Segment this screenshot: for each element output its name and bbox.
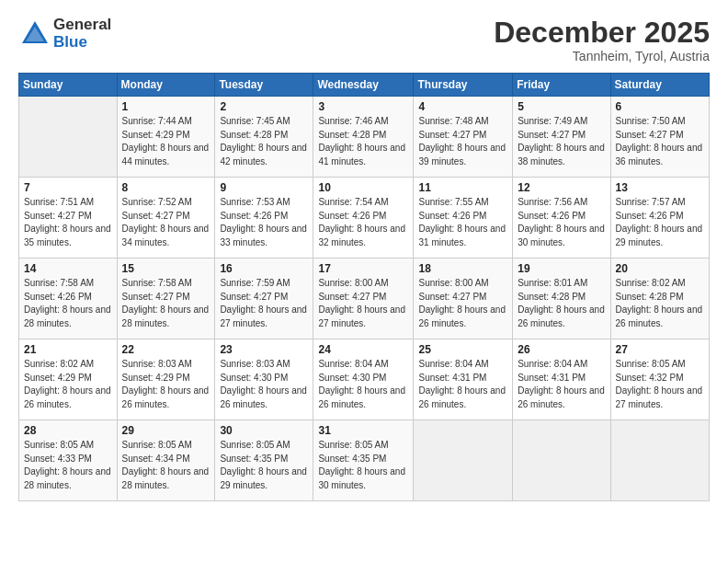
day-info: Sunrise: 8:05 AMSunset: 4:33 PMDaylight:…: [24, 440, 111, 490]
calendar-header-row: Sunday Monday Tuesday Wednesday Thursday…: [19, 74, 710, 97]
day-info: Sunrise: 7:50 AMSunset: 4:27 PMDaylight:…: [616, 116, 703, 167]
day-number: 8: [122, 181, 210, 194]
day-info: Sunrise: 8:04 AMSunset: 4:31 PMDaylight:…: [418, 359, 506, 409]
table-row: 28 Sunrise: 8:05 AMSunset: 4:33 PMDaylig…: [19, 420, 118, 501]
logo-text: General Blue: [53, 17, 111, 51]
day-info: Sunrise: 8:04 AMSunset: 4:31 PMDaylight:…: [518, 359, 605, 409]
table-row: 24 Sunrise: 8:04 AMSunset: 4:30 PMDaylig…: [313, 339, 414, 420]
day-info: Sunrise: 7:59 AMSunset: 4:27 PMDaylight:…: [220, 278, 307, 328]
table-row: 5 Sunrise: 7:49 AMSunset: 4:27 PMDayligh…: [513, 97, 610, 178]
day-info: Sunrise: 8:00 AMSunset: 4:27 PMDaylight:…: [318, 278, 405, 328]
location-title: Tannheim, Tyrol, Austria: [494, 49, 710, 63]
table-row: [513, 420, 610, 501]
day-number: 16: [220, 262, 308, 275]
day-info: Sunrise: 8:01 AMSunset: 4:28 PMDaylight:…: [518, 278, 605, 328]
table-row: 8 Sunrise: 7:52 AMSunset: 4:27 PMDayligh…: [117, 178, 215, 259]
day-number: 31: [318, 424, 408, 437]
table-row: 22 Sunrise: 8:03 AMSunset: 4:29 PMDaylig…: [117, 339, 215, 420]
table-row: 11 Sunrise: 7:55 AMSunset: 4:26 PMDaylig…: [414, 178, 513, 259]
table-row: 12 Sunrise: 7:56 AMSunset: 4:26 PMDaylig…: [513, 178, 610, 259]
day-number: 30: [220, 424, 308, 437]
calendar-week-row: 28 Sunrise: 8:05 AMSunset: 4:33 PMDaylig…: [19, 420, 710, 501]
table-row: 15 Sunrise: 7:58 AMSunset: 4:27 PMDaylig…: [117, 259, 215, 339]
day-number: 20: [616, 262, 704, 275]
day-number: 28: [24, 424, 112, 437]
logo: General Blue: [18, 17, 111, 51]
day-number: 18: [418, 262, 507, 275]
day-number: 6: [616, 100, 704, 113]
day-info: Sunrise: 7:53 AMSunset: 4:26 PMDaylight:…: [220, 197, 307, 247]
table-row: 27 Sunrise: 8:05 AMSunset: 4:32 PMDaylig…: [610, 339, 709, 420]
col-thursday: Thursday: [414, 74, 513, 97]
table-row: 25 Sunrise: 8:04 AMSunset: 4:31 PMDaylig…: [414, 339, 513, 420]
day-info: Sunrise: 7:56 AMSunset: 4:26 PMDaylight:…: [518, 197, 605, 247]
day-info: Sunrise: 8:00 AMSunset: 4:27 PMDaylight:…: [418, 278, 506, 328]
day-info: Sunrise: 8:03 AMSunset: 4:29 PMDaylight:…: [122, 359, 210, 409]
day-info: Sunrise: 7:51 AMSunset: 4:27 PMDaylight:…: [24, 197, 111, 247]
day-number: 2: [220, 100, 308, 113]
day-number: 22: [122, 343, 210, 356]
day-number: 19: [518, 262, 605, 275]
day-info: Sunrise: 7:46 AMSunset: 4:28 PMDaylight:…: [318, 116, 405, 167]
table-row: 21 Sunrise: 8:02 AMSunset: 4:29 PMDaylig…: [19, 339, 118, 420]
table-row: 30 Sunrise: 8:05 AMSunset: 4:35 PMDaylig…: [215, 420, 313, 501]
day-number: 7: [24, 181, 112, 194]
day-number: 29: [122, 424, 210, 437]
day-info: Sunrise: 7:57 AMSunset: 4:26 PMDaylight:…: [616, 197, 703, 247]
day-number: 27: [616, 343, 704, 356]
table-row: [610, 420, 709, 501]
day-info: Sunrise: 8:02 AMSunset: 4:29 PMDaylight:…: [24, 359, 111, 409]
table-row: 16 Sunrise: 7:59 AMSunset: 4:27 PMDaylig…: [215, 259, 313, 339]
day-number: 4: [418, 100, 507, 113]
day-info: Sunrise: 7:52 AMSunset: 4:27 PMDaylight:…: [122, 197, 210, 247]
table-row: 18 Sunrise: 8:00 AMSunset: 4:27 PMDaylig…: [414, 259, 513, 339]
logo-icon: [18, 17, 51, 51]
day-number: 13: [616, 181, 704, 194]
day-number: 26: [518, 343, 605, 356]
table-row: 3 Sunrise: 7:46 AMSunset: 4:28 PMDayligh…: [313, 97, 414, 178]
day-number: 23: [220, 343, 308, 356]
day-info: Sunrise: 8:02 AMSunset: 4:28 PMDaylight:…: [616, 278, 703, 328]
day-info: Sunrise: 7:54 AMSunset: 4:26 PMDaylight:…: [318, 197, 405, 247]
col-saturday: Saturday: [610, 74, 709, 97]
table-row: 26 Sunrise: 8:04 AMSunset: 4:31 PMDaylig…: [513, 339, 610, 420]
title-block: December 2025 Tannheim, Tyrol, Austria: [494, 17, 710, 63]
table-row: 1 Sunrise: 7:44 AMSunset: 4:29 PMDayligh…: [117, 97, 215, 178]
table-row: 2 Sunrise: 7:45 AMSunset: 4:28 PMDayligh…: [215, 97, 313, 178]
day-info: Sunrise: 8:05 AMSunset: 4:32 PMDaylight:…: [616, 359, 703, 409]
day-number: 15: [122, 262, 210, 275]
table-row: 23 Sunrise: 8:03 AMSunset: 4:30 PMDaylig…: [215, 339, 313, 420]
calendar-week-row: 21 Sunrise: 8:02 AMSunset: 4:29 PMDaylig…: [19, 339, 710, 420]
day-info: Sunrise: 7:49 AMSunset: 4:27 PMDaylight:…: [518, 116, 605, 167]
day-info: Sunrise: 8:05 AMSunset: 4:35 PMDaylight:…: [318, 440, 405, 490]
day-number: 3: [318, 100, 408, 113]
day-number: 9: [220, 181, 308, 194]
calendar-week-row: 1 Sunrise: 7:44 AMSunset: 4:29 PMDayligh…: [19, 97, 710, 178]
calendar-week-row: 14 Sunrise: 7:58 AMSunset: 4:26 PMDaylig…: [19, 259, 710, 339]
table-row: [19, 97, 118, 178]
month-title: December 2025: [494, 17, 710, 49]
day-number: 11: [418, 181, 507, 194]
col-tuesday: Tuesday: [215, 74, 313, 97]
day-number: 21: [24, 343, 112, 356]
day-info: Sunrise: 8:05 AMSunset: 4:34 PMDaylight:…: [122, 440, 210, 490]
table-row: 6 Sunrise: 7:50 AMSunset: 4:27 PMDayligh…: [610, 97, 709, 178]
day-number: 14: [24, 262, 112, 275]
day-info: Sunrise: 8:04 AMSunset: 4:30 PMDaylight:…: [318, 359, 405, 409]
table-row: 10 Sunrise: 7:54 AMSunset: 4:26 PMDaylig…: [313, 178, 414, 259]
col-friday: Friday: [513, 74, 610, 97]
table-row: 14 Sunrise: 7:58 AMSunset: 4:26 PMDaylig…: [19, 259, 118, 339]
day-number: 10: [318, 181, 408, 194]
table-row: [414, 420, 513, 501]
table-row: 19 Sunrise: 8:01 AMSunset: 4:28 PMDaylig…: [513, 259, 610, 339]
day-info: Sunrise: 8:05 AMSunset: 4:35 PMDaylight:…: [220, 440, 307, 490]
day-number: 17: [318, 262, 408, 275]
day-info: Sunrise: 7:55 AMSunset: 4:26 PMDaylight:…: [418, 197, 506, 247]
day-number: 1: [122, 100, 210, 113]
day-number: 24: [318, 343, 408, 356]
col-sunday: Sunday: [19, 74, 118, 97]
day-info: Sunrise: 8:03 AMSunset: 4:30 PMDaylight:…: [220, 359, 307, 409]
col-wednesday: Wednesday: [313, 74, 414, 97]
day-info: Sunrise: 7:58 AMSunset: 4:26 PMDaylight:…: [24, 278, 111, 328]
logo-general: General: [53, 17, 111, 34]
